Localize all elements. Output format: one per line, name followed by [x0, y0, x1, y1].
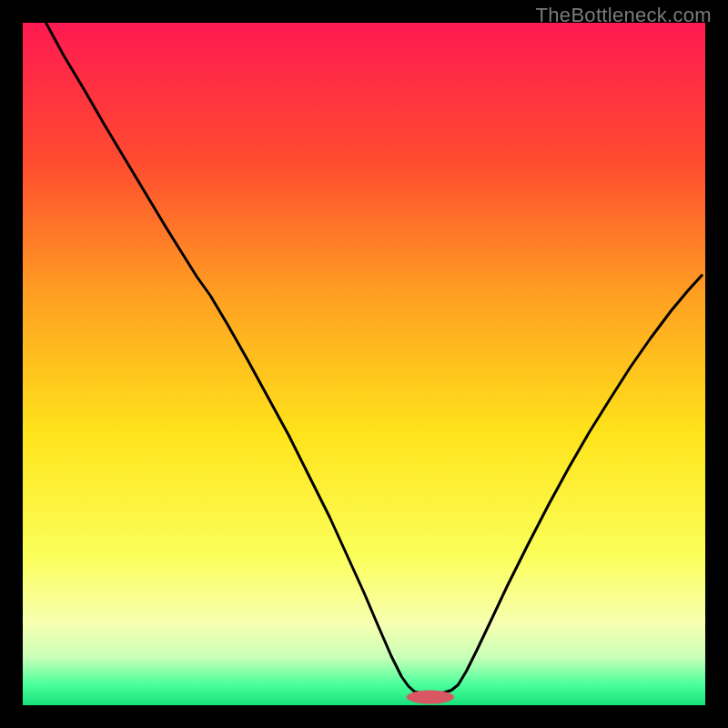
- chart-container: TheBottleneck.com: [0, 0, 728, 728]
- watermark-label: TheBottleneck.com: [536, 4, 712, 27]
- bottleneck-curve-chart: [0, 0, 728, 728]
- optimum-marker: [407, 691, 455, 704]
- chart-background: [23, 23, 705, 705]
